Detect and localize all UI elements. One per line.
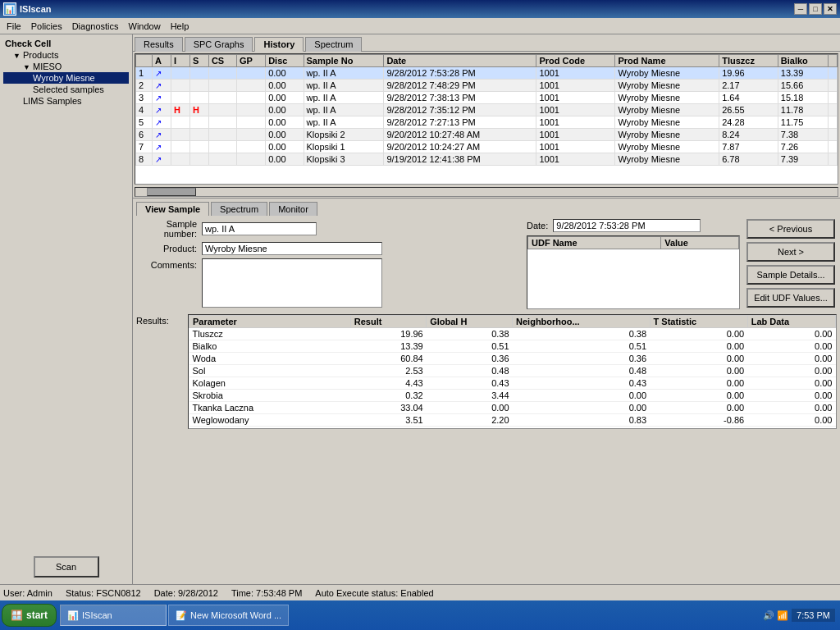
tab-history[interactable]: History [254,37,304,52]
tab-view-sample[interactable]: View Sample [136,202,209,216]
previous-button[interactable]: < Previous [746,219,835,239]
row-chart[interactable]: ↗ [153,153,171,166]
edit-udf-button[interactable]: Edit UDF Values... [746,288,835,308]
col-disc: Disc [266,55,304,67]
row-chart[interactable]: ↗ [153,67,171,80]
row-prod-name: Wyroby Miesne [615,116,719,129]
table-row[interactable]: 3 ↗ 0.00 wp. II A 9/28/2012 7:38:13 PM 1… [136,92,838,104]
main-container: Check Cell ▼ Products ▼ MIESO Wyroby Mie… [0,34,840,584]
result-value: 19.96 [350,328,426,340]
res-col-tstat: T Statistic [650,316,747,328]
maximize-button[interactable]: □ [809,3,822,15]
results-table[interactable]: Parameter Result Global H Neighborhoo...… [188,314,837,429]
row-num: 4 [136,104,153,116]
result-row: Tkanka Laczna 33.04 0.00 0.00 0.00 0.00 [189,402,836,414]
tree-lims-samples[interactable]: LIMS Samples [3,95,129,107]
row-prod-name: Wyroby Miesne [615,104,719,116]
tab-results[interactable]: Results [135,37,183,52]
result-row: Woda 60.84 0.36 0.36 0.00 0.00 [189,353,836,365]
row-chart[interactable]: ↗ [153,104,171,116]
tab-spectrum[interactable]: Spectrum [305,37,362,52]
date-label: Date: [527,221,548,231]
tree-section: Check Cell ▼ Products ▼ MIESO Wyroby Mie… [3,38,129,553]
row-cs [208,92,236,104]
status-user: User: Admin [3,588,52,598]
start-icon: 🪟 [11,609,23,621]
menu-file[interactable]: File [2,21,26,32]
row-bialko: 15.18 [778,92,828,104]
result-global: 3.44 [427,390,513,402]
tree-mieso[interactable]: ▼ MIESO [3,61,129,72]
table-row[interactable]: 8 ↗ 0.00 Klopsiki 3 9/19/2012 12:41:38 P… [136,153,838,166]
menu-help[interactable]: Help [166,21,194,32]
res-col-neighborhood: Neighborhoo... [513,316,651,328]
menu-window[interactable]: Window [124,21,166,32]
title-bar-controls: ─ □ ✕ [794,3,837,15]
menu-diagnostics[interactable]: Diagnostics [67,21,124,32]
row-chart[interactable]: ↗ [153,92,171,104]
start-button[interactable]: 🪟 start [2,604,57,627]
col-sample-no: Sample No [304,55,384,67]
row-cs [208,104,236,116]
result-tstat: 0.00 [650,390,747,402]
table-row[interactable]: 7 ↗ 0.00 Klopsiki 1 9/20/2012 10:24:27 A… [136,141,838,153]
row-prod-name: Wyroby Miesne [615,153,719,166]
sample-number-row: Sample number: [136,219,520,239]
result-param: Kolagen [189,377,351,390]
tab-monitor[interactable]: Monitor [269,202,317,216]
row-date: 9/20/2012 10:27:48 AM [384,129,536,141]
tree-selected-samples[interactable]: Selected samples [3,84,129,95]
sample-number-input[interactable] [202,222,317,235]
tree-wyroby-miesne[interactable]: Wyroby Miesne [3,72,129,84]
taskbar-item-word[interactable]: 📝 New Microsoft Word ... [168,605,289,626]
table-row[interactable]: 6 ↗ 0.00 Klopsiki 2 9/20/2012 10:27:48 A… [136,129,838,141]
row-disc: 0.00 [266,92,304,104]
taskbar-item-isiscan[interactable]: 📊 ISIscan [60,605,167,626]
product-input[interactable] [202,242,382,255]
table-row[interactable]: 2 ↗ 0.00 wp. II A 9/28/2012 7:48:29 PM 1… [136,80,838,92]
status-bar: User: Admin Status: FSCN0812 Date: 9/28/… [0,584,840,600]
tree-products[interactable]: ▼ Products [3,49,129,61]
scrollbar-thumb[interactable] [147,188,196,196]
row-extra [829,153,838,166]
row-extra [829,67,838,80]
result-value: 2.53 [350,365,426,377]
row-chart[interactable]: ↗ [153,116,171,129]
result-lab: 0.00 [747,390,835,402]
status-status: Status: FSCN0812 [66,588,141,598]
comments-textarea[interactable] [202,258,382,308]
scan-button[interactable]: Scan [34,556,99,578]
row-prod-code: 1001 [536,129,615,141]
row-alert-s [190,80,209,92]
col-prod-name: Prod Name [615,55,719,67]
row-chart[interactable]: ↗ [153,141,171,153]
result-neighborhood: 0.43 [513,377,651,390]
result-param: Wart. energet. Kcal [189,427,351,430]
minimize-button[interactable]: ─ [794,3,807,15]
grid-scrollbar[interactable] [135,187,838,197]
tab-spectrum[interactable]: Spectrum [211,202,267,216]
result-param: Tluszcz [189,328,351,340]
form-right: < Previous Next > Sample Details... Edit… [746,219,837,311]
row-chart[interactable]: ↗ [153,129,171,141]
row-num: 1 [136,67,153,80]
table-row[interactable]: 4 ↗ H H 0.00 wp. II A 9/28/2012 7:35:12 … [136,104,838,116]
row-tluszcz: 24.28 [719,116,778,129]
next-button[interactable]: Next > [746,242,835,262]
row-disc: 0.00 [266,129,304,141]
menu-policies[interactable]: Policies [26,21,67,32]
row-chart[interactable]: ↗ [153,80,171,92]
sample-details-button[interactable]: Sample Details... [746,265,835,285]
close-button[interactable]: ✕ [824,3,837,15]
data-grid[interactable]: A I S CS GP Disc Sample No Date Prod Cod… [135,53,838,185]
row-bialko: 11.78 [778,104,828,116]
app-title: ISIscan [20,4,52,14]
row-gp [237,104,266,116]
table-row[interactable]: 5 ↗ 0.00 wp. II A 9/28/2012 7:27:13 PM 1… [136,116,838,129]
table-row[interactable]: 1 ↗ 0.00 wp. II A 9/28/2012 7:53:28 PM 1… [136,67,838,80]
col-prod-code: Prod Code [536,55,615,67]
result-neighborhood: 0.00 [513,427,651,430]
date-input[interactable] [553,219,701,232]
result-global: 2.20 [427,414,513,427]
tab-spc-graphs[interactable]: SPC Graphs [185,37,253,52]
